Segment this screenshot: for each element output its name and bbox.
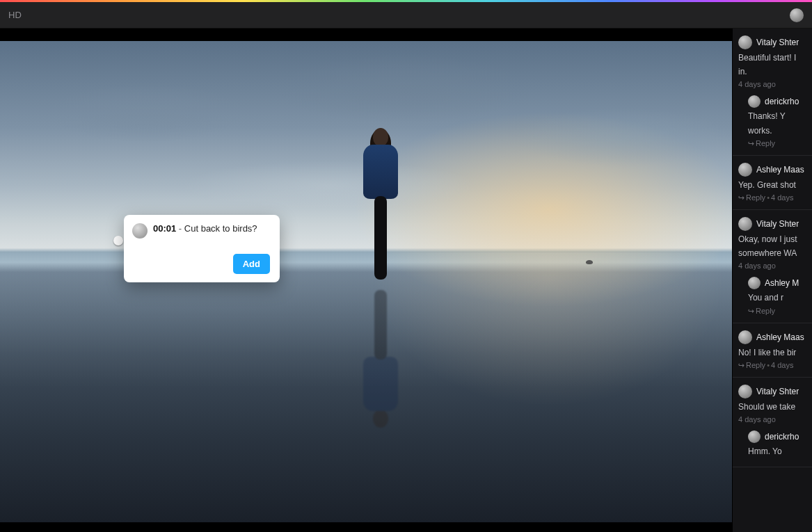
avatar — [748, 95, 761, 108]
avatar — [748, 277, 761, 289]
reply-author: derickrho — [765, 432, 799, 442]
video-viewport[interactable]: 00:01 - Cut back to birds? Add — [0, 29, 732, 532]
reply-icon: ↩ — [748, 139, 754, 148]
annotation-text: 00:01 - Cut back to birds? — [153, 223, 257, 235]
avatar — [738, 385, 752, 398]
comment-body: somewhere WA — [738, 248, 808, 259]
quality-toggle[interactable]: HD — [8, 10, 22, 20]
top-bar: HD — [0, 2, 812, 29]
current-user-avatar[interactable] — [790, 8, 804, 22]
avatar — [738, 217, 752, 231]
comment-item[interactable]: Ashley Maas No! I like the bir ↩Reply•4 … — [733, 323, 812, 378]
add-button[interactable]: Add — [233, 254, 270, 274]
comment-body: Beautiful start! I — [738, 52, 808, 63]
comment-item[interactable]: Vitaly Shter Beautiful start! I in. 4 da… — [733, 29, 812, 156]
reply-icon: ↩ — [738, 361, 745, 370]
reply-body: You and r — [748, 292, 808, 303]
person-figure — [361, 128, 400, 288]
avatar — [738, 330, 752, 344]
annotation-popup: 00:01 - Cut back to birds? Add — [124, 215, 280, 282]
annotation-marker[interactable] — [113, 236, 123, 245]
nested-reply[interactable]: derickrho Hmm. Yo — [738, 430, 808, 457]
comment-time: 4 days ago — [738, 261, 808, 270]
avatar — [748, 430, 761, 443]
figure-reflection — [361, 282, 400, 428]
comment-body: Should we take — [738, 401, 808, 412]
distant-bird — [586, 260, 593, 264]
comment-author: Vitaly Shter — [756, 219, 799, 229]
video-frame: 00:01 - Cut back to birds? Add — [0, 41, 732, 522]
comment-time: 4 days ago — [738, 80, 808, 88]
nested-reply[interactable]: Ashley M You and r ↩Reply — [738, 277, 808, 315]
annotation-timestamp[interactable]: 00:01 — [153, 223, 176, 234]
avatar — [738, 163, 752, 177]
comment-body: Okay, now I just — [738, 234, 808, 245]
comment-author: Vitaly Shter — [756, 387, 799, 396]
comment-item[interactable]: Vitaly Shter Okay, now I just somewhere … — [733, 210, 812, 323]
annotation-body: Cut back to birds? — [184, 223, 257, 234]
comment-item[interactable]: Ashley Maas Yep. Great shot ↩Reply•4 day… — [733, 156, 812, 210]
reply-icon: ↩ — [748, 307, 754, 316]
comment-author: Vitaly Shter — [756, 38, 799, 47]
reply-action[interactable]: ↩Reply — [748, 307, 808, 316]
comment-time: 4 days ago — [738, 415, 808, 424]
comment-meta[interactable]: ↩Reply•4 days — [738, 193, 808, 202]
comment-body: in. — [738, 66, 808, 77]
reply-action[interactable]: ↩Reply — [748, 139, 808, 148]
reply-body: Hmm. Yo — [748, 446, 808, 457]
comment-body: No! I like the bir — [738, 347, 808, 358]
reply-icon: ↩ — [738, 193, 745, 202]
nested-reply[interactable]: derickrho Thanks! Y works. ↩Reply — [738, 95, 808, 147]
annotator-avatar — [132, 223, 148, 239]
reply-body: works. — [748, 125, 808, 136]
main-area: 00:01 - Cut back to birds? Add Vitaly Sh… — [0, 29, 812, 532]
comment-author: Ashley Maas — [756, 332, 804, 342]
comment-author: Ashley Maas — [756, 165, 804, 175]
reply-author: derickrho — [765, 97, 799, 106]
reply-body: Thanks! Y — [748, 111, 808, 122]
comment-item[interactable]: Vitaly Shter Should we take 4 days ago d… — [733, 378, 812, 467]
reply-author: Ashley M — [765, 278, 799, 288]
comment-body: Yep. Great shot — [738, 179, 808, 191]
comment-meta[interactable]: ↩Reply•4 days — [738, 361, 808, 370]
comments-sidebar[interactable]: Vitaly Shter Beautiful start! I in. 4 da… — [732, 29, 812, 532]
annotation-separator: - — [176, 223, 184, 234]
avatar — [738, 35, 752, 49]
